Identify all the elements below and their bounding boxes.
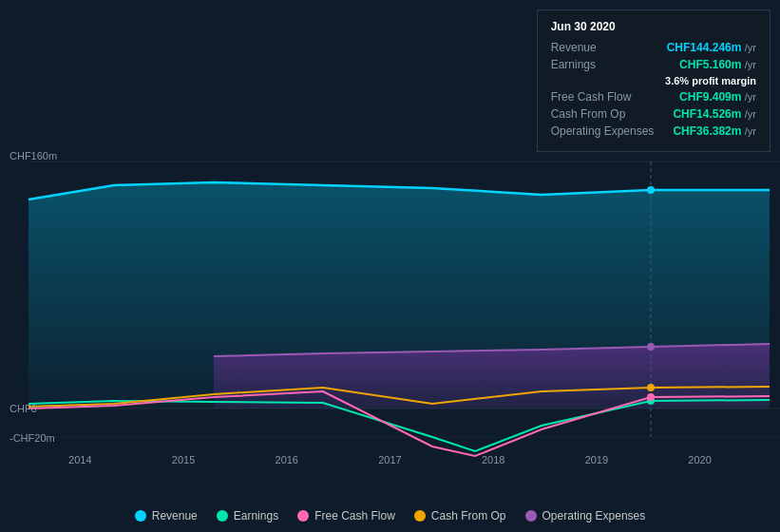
tooltip-opex-label: Operating Expenses xyxy=(551,124,655,138)
tooltip-fcf-label: Free Cash Flow xyxy=(551,90,632,104)
tooltip-revenue-label: Revenue xyxy=(551,41,597,54)
x-label-2018: 2018 xyxy=(482,454,504,466)
tooltip-cfo-row: Cash From Op CHF14.526m /yr xyxy=(551,107,756,121)
x-labels: 2014 2015 2016 2017 2018 2019 2020 xyxy=(0,454,780,466)
x-label-2015: 2015 xyxy=(172,454,195,466)
x-label-2016: 2016 xyxy=(276,454,298,466)
y-label-top: CHF160m xyxy=(10,150,57,162)
tooltip-profit-margin: 3.6% profit margin xyxy=(551,75,756,86)
tooltip-opex-row: Operating Expenses CHF36.382m /yr xyxy=(551,124,756,138)
legend-cfo-dot xyxy=(414,510,426,522)
x-label-2020: 2020 xyxy=(688,454,711,466)
y-label-neg: -CHF20m xyxy=(10,432,55,444)
tooltip-earnings-row: Earnings CHF5.160m /yr xyxy=(551,58,756,71)
tooltip-fcf-row: Free Cash Flow CHF9.409m /yr xyxy=(551,90,756,104)
legend-revenue[interactable]: Revenue xyxy=(135,509,198,522)
chart-area: CHF160m CHF0 -CHF20m 2014 2015 2016 2017… xyxy=(0,0,780,484)
tooltip-cfo-label: Cash From Op xyxy=(551,107,626,121)
tooltip-cfo-value: CHF14.526m /yr xyxy=(673,107,756,121)
x-label-2014: 2014 xyxy=(68,454,91,466)
tooltip-box: Jun 30 2020 Revenue CHF144.246m /yr Earn… xyxy=(537,10,770,152)
legend-fcf[interactable]: Free Cash Flow xyxy=(297,509,395,522)
tooltip-revenue-value: CHF144.246m /yr xyxy=(667,41,756,54)
x-label-2017: 2017 xyxy=(378,454,401,466)
svg-point-7 xyxy=(647,186,655,194)
tooltip-revenue-row: Revenue CHF144.246m /yr xyxy=(551,41,756,54)
svg-point-8 xyxy=(647,343,655,351)
tooltip-fcf-value: CHF9.409m /yr xyxy=(679,90,756,104)
tooltip-opex-value: CHF36.382m /yr xyxy=(673,124,756,138)
y-label-zero: CHF0 xyxy=(10,403,37,414)
legend-opex-label: Operating Expenses xyxy=(542,509,646,522)
legend-cfo-label: Cash From Op xyxy=(431,509,506,522)
legend-opex-dot xyxy=(525,510,537,522)
x-label-2019: 2019 xyxy=(585,454,608,466)
legend-opex[interactable]: Operating Expenses xyxy=(525,509,646,522)
legend-fcf-dot xyxy=(297,510,309,522)
legend-cfo[interactable]: Cash From Op xyxy=(414,509,506,522)
tooltip-date: Jun 30 2020 xyxy=(551,20,756,33)
legend-earnings-dot xyxy=(217,510,228,522)
legend-earnings[interactable]: Earnings xyxy=(217,509,278,522)
tooltip-earnings-value: CHF5.160m /yr xyxy=(679,58,756,71)
legend-revenue-dot xyxy=(135,510,146,522)
legend-fcf-label: Free Cash Flow xyxy=(314,509,395,522)
legend-earnings-label: Earnings xyxy=(234,509,278,522)
svg-point-10 xyxy=(647,384,655,391)
legend: Revenue Earnings Free Cash Flow Cash Fro… xyxy=(0,509,780,522)
svg-point-11 xyxy=(647,393,655,401)
legend-revenue-label: Revenue xyxy=(152,509,198,522)
tooltip-earnings-label: Earnings xyxy=(551,58,596,71)
